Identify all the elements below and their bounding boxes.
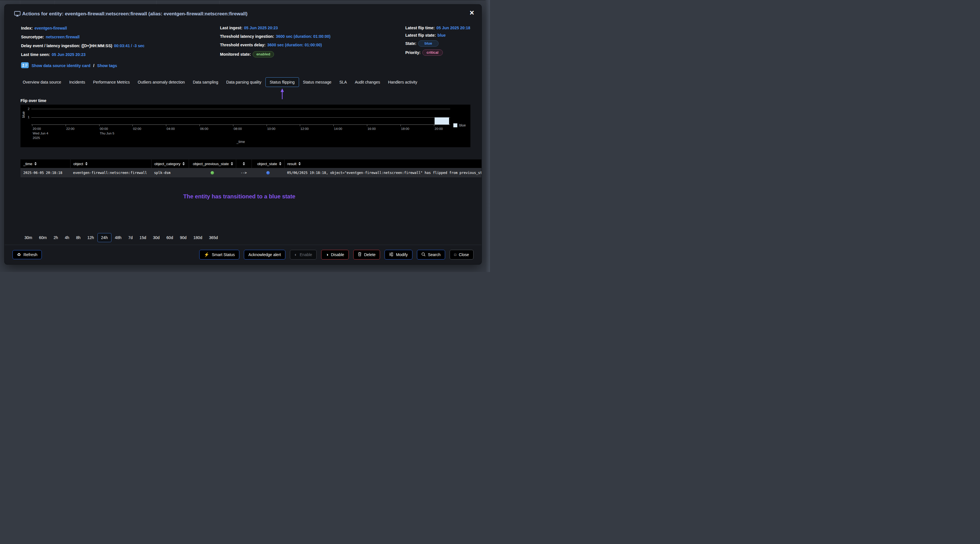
header-object-state[interactable]: object_state [251, 159, 284, 168]
header-time[interactable]: _time [21, 159, 70, 168]
range-60m[interactable]: 60m [35, 233, 50, 242]
index-link[interactable]: eventgen-firewall [34, 26, 67, 30]
x-axis-line [31, 124, 450, 125]
range-15d[interactable]: 15d [136, 233, 150, 242]
close-button[interactable]: □ Close [450, 250, 474, 259]
threshold-events-value: 3600 sec (duration: 01:00:00) [267, 43, 322, 47]
cell-result: 05/06/2025 19:18:18, object="eventgen-fi… [284, 168, 482, 177]
background-top-line [0, 0, 490, 0]
sort-icon[interactable] [298, 162, 301, 165]
background-column-line [20, 0, 20, 5]
background-column-line [156, 0, 157, 5]
threshold-latency-label: Threshold latency ingestion: [220, 34, 274, 39]
x-tick-label: 14:00 [334, 127, 342, 130]
flip-bar-blue [434, 118, 449, 124]
range-7d[interactable]: 7d [125, 233, 136, 242]
x-tick-label: 10:00 [267, 127, 275, 130]
x-tick-label: 18:00 [401, 127, 409, 130]
table-header-row: _time object object_category object_prev… [21, 159, 482, 168]
sort-icon[interactable] [231, 162, 233, 165]
range-12h[interactable]: 12h [84, 233, 97, 242]
tab-handlers-activity[interactable]: Handlers activity [384, 78, 421, 87]
latest-flip-time-value: 05 Jun 2025 20:18 [436, 25, 470, 30]
threshold-latency-value: 3600 sec (duration: 01:00:00) [276, 34, 331, 39]
last-time-seen-label: Last time seen: [21, 52, 50, 57]
header-object-previous-state-label: object_previous_state [193, 162, 229, 166]
range-365d[interactable]: 365d [205, 233, 221, 242]
modal-title: Actions for entity: eventgen-firewall:ne… [22, 11, 248, 17]
show-tags-link[interactable]: Show tags [97, 64, 117, 68]
sort-icon[interactable] [34, 162, 37, 165]
close-label: Close [459, 252, 469, 257]
enable-button[interactable]: ◐ Enable [290, 250, 317, 259]
header-object[interactable]: object [70, 159, 151, 168]
enable-label: Enable [300, 252, 312, 257]
info-column-right: Latest flip time: 05 Jun 2025 20:18 Late… [405, 25, 470, 56]
x-tick-mark [333, 124, 334, 126]
id-card-icon[interactable] [21, 62, 29, 69]
tab-incidents[interactable]: Incidents [65, 78, 89, 87]
range-48h[interactable]: 48h [111, 233, 125, 242]
range-30m[interactable]: 30m [21, 233, 35, 242]
x-tick-label: 00:00 [100, 127, 108, 130]
threshold-events-label: Threshold events delay: [220, 43, 266, 47]
header-object-previous-state[interactable]: object_previous_state [189, 159, 236, 168]
range-180d[interactable]: 180d [190, 233, 205, 242]
sort-icon[interactable] [85, 162, 88, 165]
range-90d[interactable]: 90d [177, 233, 190, 242]
smart-status-button[interactable]: ⚡ Smart Status [199, 250, 239, 259]
acknowledge-alert-button[interactable]: Acknowledge alert [244, 250, 285, 259]
header-object-category[interactable]: object_category [151, 159, 189, 168]
range-24h[interactable]: 24h [97, 233, 111, 242]
last-ingest-label: Last ingest: [220, 25, 242, 30]
cell-state [251, 168, 284, 177]
header-result-label: result [287, 162, 296, 166]
state-badge: blue [418, 40, 439, 47]
flip-events-table: _time object object_category object_prev… [21, 159, 482, 177]
sort-icon[interactable] [279, 162, 282, 165]
tab-performance-metrics[interactable]: Performance Metrics [89, 78, 134, 87]
tab-data-sampling[interactable]: Data sampling [189, 78, 222, 87]
monitored-state-badge: enabled [253, 51, 274, 57]
chart-legend-item[interactable]: blue [453, 123, 466, 127]
header-object-label: object [73, 162, 83, 166]
range-4h[interactable]: 4h [61, 233, 73, 242]
tab-audit-changes[interactable]: Audit changes [351, 78, 384, 87]
x-tick-label: 06:00 [200, 127, 208, 130]
x-tick-label: 20:00 [434, 127, 443, 130]
tab-sla[interactable]: SLA [336, 78, 351, 87]
range-30d[interactable]: 30d [150, 233, 163, 242]
square-icon: □ [454, 253, 456, 257]
show-identity-card-link[interactable]: Show data source identity card [32, 64, 91, 68]
range-60d[interactable]: 60d [163, 233, 177, 242]
search-button[interactable]: Search [417, 250, 445, 259]
disable-button[interactable]: ◑ Disable [321, 250, 349, 259]
delete-button[interactable]: Delete [353, 250, 380, 259]
sourcetype-link[interactable]: netscreen:firewall [46, 35, 80, 39]
modify-button[interactable]: Modify [385, 250, 412, 259]
range-8h[interactable]: 8h [73, 233, 84, 242]
table-row[interactable]: 2025-06-05 20:18:18 eventgen-firewall:ne… [21, 168, 482, 177]
tab-status-message[interactable]: Status message [299, 78, 336, 87]
tab-outliers-anomaly-detection[interactable]: Outliers anomaly detection [134, 78, 189, 87]
last-ingest-value: 05 Jun 2025 20:23 [244, 25, 278, 30]
tab-overview-data-source[interactable]: Overview data source [19, 78, 65, 87]
x-tick-label: 12:00 [301, 127, 309, 130]
header-result[interactable]: result [284, 159, 482, 168]
close-icon[interactable]: × [469, 8, 474, 17]
header-arrow-column[interactable] [236, 159, 251, 168]
tab-data-parsing-quality[interactable]: Data parsing quality [222, 78, 266, 87]
latest-flip-state-label: Latest flip state: [405, 33, 436, 38]
x-date-label: Wed Jun 4 [33, 132, 48, 135]
x-tick-label: 20:00 [33, 127, 41, 130]
refresh-button[interactable]: ♻ Refresh [13, 250, 42, 259]
time-range-bar: 30m 60m 2h 4h 8h 12h 24h 48h 7d 15d 30d … [21, 233, 221, 242]
range-2h[interactable]: 2h [50, 233, 61, 242]
x-tick-label: 16:00 [368, 127, 376, 130]
sort-icon[interactable] [243, 162, 245, 165]
sort-icon[interactable] [183, 162, 185, 165]
gridline-y2 [31, 109, 450, 109]
chart-title: Flip over time [21, 99, 46, 103]
tab-status-flipping[interactable]: Status flipping [266, 77, 299, 87]
delete-label: Delete [364, 252, 375, 257]
